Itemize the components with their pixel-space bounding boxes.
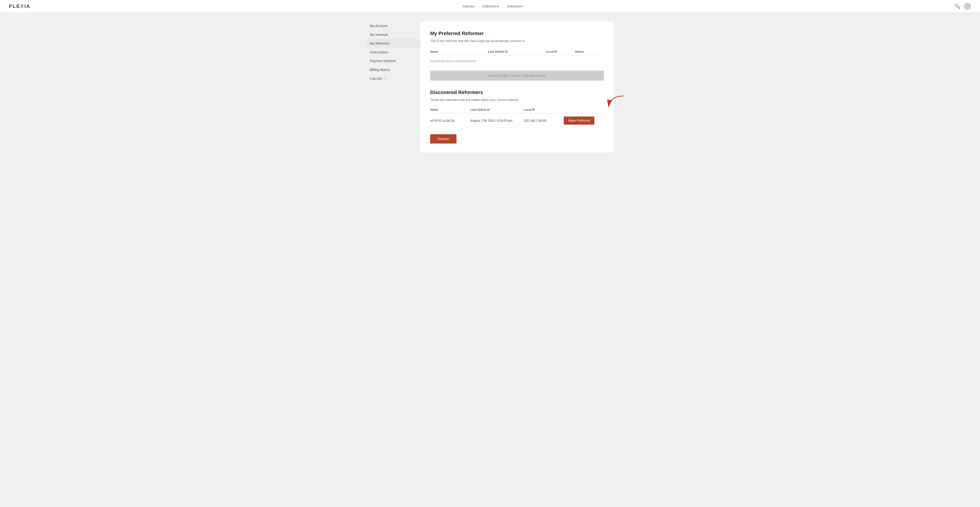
sidebar-item-subscription[interactable]: Subscription — [366, 48, 420, 56]
arrow-annotation — [605, 94, 627, 112]
logout-icon: → — [383, 77, 387, 80]
disc-col-name: Name — [430, 108, 470, 112]
preferred-table-header: Name Last Online At Local IP Status — [430, 48, 604, 55]
sidebar-item-payment-method[interactable]: Payment Method — [366, 57, 420, 65]
sidebar-item-log-out[interactable]: Log Out → — [366, 74, 420, 83]
calibration-wizard-button[interactable]: Launch Weight Sensor Calibration Wizard — [430, 71, 604, 81]
discovered-reformers-title: Discovered Reformers — [430, 89, 604, 96]
logo-suffix: IA — [24, 3, 30, 9]
page-layout: My Account My Interests My Reformer Subs… — [366, 22, 614, 153]
nav-classes[interactable]: Classes — [462, 4, 474, 8]
arrow-icon — [605, 94, 627, 112]
logo-x: X — [21, 3, 24, 9]
logo: FLEXIA — [9, 3, 30, 9]
preferred-reformer-section: My Preferred Reformer This is the reform… — [430, 30, 604, 81]
col-local-ip: Local IP — [546, 50, 575, 53]
disc-col-last-online: Last Online At — [470, 108, 524, 112]
make-preferred-button[interactable]: Make Preferred — [564, 116, 594, 124]
sidebar: My Account My Interests My Reformer Subs… — [366, 22, 420, 153]
preferred-reformer-description: This is the reformer that the class page… — [430, 39, 604, 43]
preferred-table-empty-row: A preferred device cannot be found. — [430, 55, 604, 67]
sidebar-item-my-reformer[interactable]: My Reformer — [366, 39, 420, 48]
preferred-reformer-title: My Preferred Reformer — [430, 30, 604, 37]
reformer-local-ip: 192.168.1.66:80 — [524, 119, 564, 122]
disc-col-action — [564, 108, 604, 112]
log-out-label: Log Out — [370, 77, 382, 80]
make-preferred-action: Make Preferred — [564, 116, 604, 124]
nav-instructors[interactable]: Instructors — [507, 4, 523, 8]
search-icon: 🔍 — [955, 4, 960, 9]
col-name: Name — [430, 50, 488, 53]
search-button[interactable]: 🔍 — [955, 3, 960, 9]
main-content: My Preferred Reformer This is the reform… — [420, 22, 614, 153]
nav-collections[interactable]: Collections — [482, 4, 499, 8]
col-last-online: Last Online At — [488, 50, 546, 53]
header-actions: 🔍 — [955, 3, 971, 10]
avatar[interactable] — [964, 3, 971, 10]
sidebar-item-my-interests[interactable]: My Interests — [366, 30, 420, 39]
col-status: Status — [575, 50, 604, 53]
main-nav: Classes Collections Instructors — [462, 4, 523, 8]
reformer-name: e4:5f:01:ca:bd:3a — [430, 119, 470, 122]
reformer-last-online: August 17th 2023, 4:34:03 pm — [470, 119, 524, 122]
refresh-button[interactable]: Refresh — [430, 134, 457, 143]
sidebar-item-billing-history[interactable]: Billing history — [366, 65, 420, 74]
header: FLEXIA Classes Collections Instructors 🔍 — [0, 0, 980, 13]
logo-prefix: FLE — [9, 3, 21, 9]
no-device-message: A preferred device cannot be found. — [430, 57, 488, 65]
discovered-reformers-description: These are reformers that are visible wit… — [430, 98, 604, 102]
discovered-reformers-section: Discovered Reformers These are reformers… — [430, 89, 604, 143]
discovered-table-header: Name Last Online At Local IP — [430, 106, 604, 113]
table-row: e4:5f:01:ca:bd:3a August 17th 2023, 4:34… — [430, 113, 604, 128]
sidebar-item-my-account[interactable]: My Account — [366, 22, 420, 30]
disc-col-local-ip: Local IP — [524, 108, 564, 112]
